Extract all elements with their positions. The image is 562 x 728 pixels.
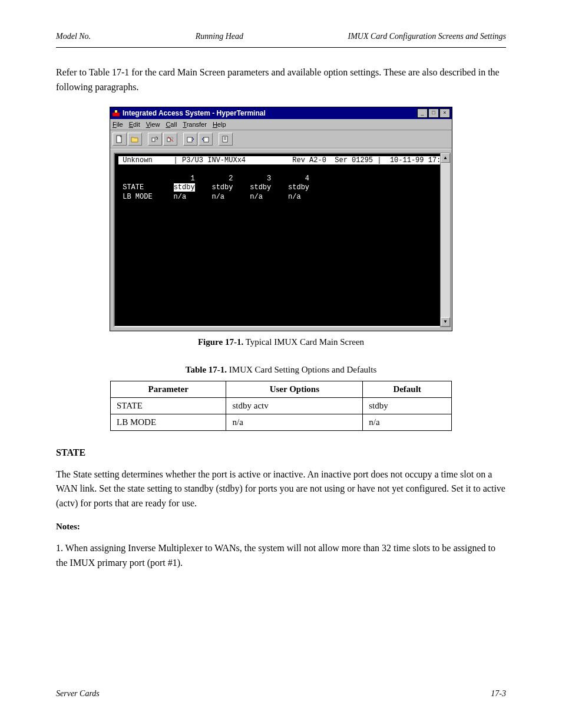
svg-rect-0 — [113, 113, 120, 116]
hyperterminal-window: Integrated Access System - HyperTerminal… — [110, 107, 452, 331]
new-file-icon[interactable] — [113, 133, 127, 146]
header-right: IMUX Card Configuration Screens and Sett… — [348, 32, 506, 41]
header-rule — [56, 47, 506, 48]
scrollbar[interactable]: ▲ ▼ — [440, 153, 451, 327]
scroll-up-icon[interactable]: ▲ — [441, 153, 450, 163]
col-parameter: Parameter — [111, 381, 226, 397]
footer-right: 17-3 — [491, 689, 506, 699]
svg-rect-3 — [152, 138, 155, 141]
state-description: The State setting determines whether the… — [56, 467, 506, 511]
menu-edit[interactable]: Edit — [129, 121, 140, 128]
svg-rect-7 — [204, 137, 209, 142]
open-file-icon[interactable] — [128, 133, 142, 146]
window-title: Integrated Access System - HyperTerminal — [120, 109, 416, 117]
titlebar: Integrated Access System - HyperTerminal… — [110, 107, 452, 119]
header-left: Model No. — [56, 32, 91, 41]
connect-icon[interactable] — [148, 133, 162, 146]
menu-file[interactable]: File — [113, 121, 123, 128]
terminal-client-area: Unknown | P3/U3 INV-MUXx4 Rev A2-0 Ser 0… — [110, 149, 452, 331]
disconnect-icon[interactable] — [163, 133, 177, 146]
terminal-screen[interactable]: Unknown | P3/U3 INV-MUXx4 Rev A2-0 Ser 0… — [114, 153, 448, 327]
send-icon[interactable] — [183, 133, 197, 146]
close-button[interactable]: × — [439, 108, 450, 118]
app-icon — [112, 109, 120, 117]
properties-icon[interactable] — [219, 133, 233, 146]
scroll-down-icon[interactable]: ▼ — [441, 317, 450, 327]
table-caption: Table 17-1. IMUX Card Setting Options an… — [56, 365, 506, 375]
table-row: STATEstdby actvstdby — [111, 397, 452, 414]
menu-view[interactable]: View — [146, 121, 160, 128]
col-options: User Options — [226, 381, 363, 397]
svg-rect-6 — [187, 137, 192, 142]
notes-heading: Notes: — [56, 522, 506, 532]
intro-paragraph: Refer to Table 17-1 for the card Main Sc… — [56, 65, 506, 95]
svg-rect-1 — [115, 110, 117, 113]
table-row: LB MODEn/an/a — [111, 414, 452, 430]
toolbar — [110, 130, 452, 149]
svg-rect-8 — [223, 136, 227, 142]
header-center: Running Head — [196, 32, 243, 41]
options-table: Parameter User Options Default STATEstdb… — [110, 381, 452, 431]
window-buttons: _ □ × — [416, 108, 450, 118]
menu-call[interactable]: Call — [166, 121, 177, 128]
maximize-button[interactable]: □ — [428, 108, 439, 118]
menu-transfer[interactable]: Transfer — [183, 121, 207, 128]
col-default: Default — [363, 381, 452, 397]
minimize-button[interactable]: _ — [417, 108, 428, 118]
menubar: File Edit View Call Transfer Help — [110, 119, 452, 130]
figure-caption: Figure 17-1. Typical IMUX Card Main Scre… — [56, 337, 506, 347]
scroll-track[interactable] — [441, 163, 450, 317]
state-heading: STATE — [56, 447, 506, 458]
note-1: 1. When assigning Inverse Multiplexer to… — [56, 541, 506, 571]
receive-icon[interactable] — [199, 133, 213, 146]
footer-left: Server Cards — [56, 689, 100, 699]
menu-help[interactable]: Help — [213, 121, 226, 128]
